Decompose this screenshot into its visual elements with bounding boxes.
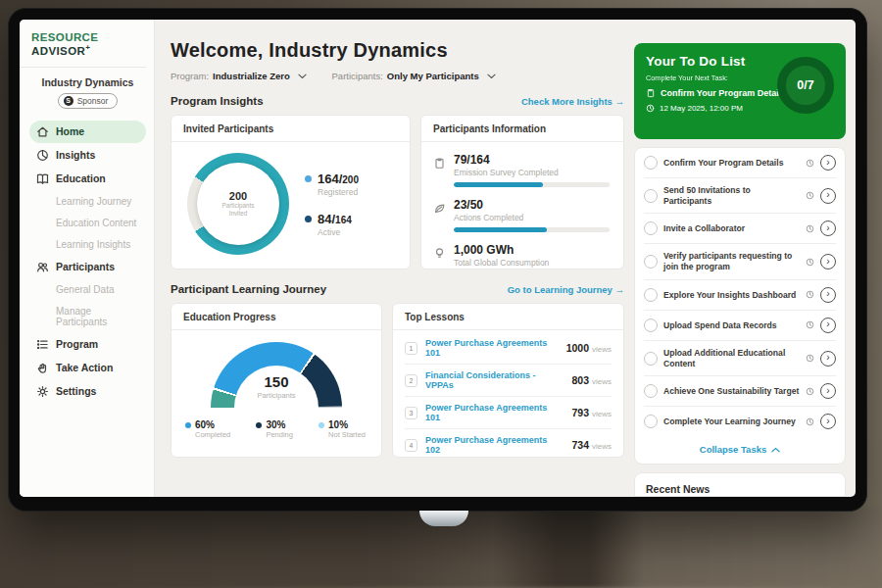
task-open-button[interactable]: › (820, 351, 836, 367)
insights-icon (36, 149, 49, 162)
task-open-button[interactable]: › (820, 414, 836, 429)
legend-registered: 164/200 Registered (305, 172, 359, 197)
education-progress-card: Education Progress 150 Participants 60% … (171, 303, 382, 458)
lesson-row: 3 Power Purchase Agreements 101 793views (405, 397, 612, 429)
stats-list: 79/164 Emission Survey Completed 23/50 A… (421, 142, 623, 270)
lesson-link[interactable]: Financial Considerations - VPPAs (425, 370, 564, 390)
task-open-button[interactable]: › (820, 383, 836, 399)
task-checkbox[interactable] (644, 415, 658, 428)
sidebar: RESOURCE ADVISOR+ Industry Dynamics S Sp… (20, 20, 155, 497)
task-open-button[interactable]: › (820, 220, 836, 236)
task-checkbox[interactable] (644, 189, 658, 203)
gauge-legend: 60% Completed 30% Pending 10% Not Starte… (172, 408, 381, 439)
task-row: Invite a Collaborator › (644, 214, 836, 244)
clock-icon (806, 417, 814, 426)
arrow-right-icon: → (615, 96, 625, 107)
collapse-tasks-button[interactable]: Collapse Tasks (644, 436, 836, 464)
check-more-insights-link[interactable]: Check More Insights → (521, 96, 624, 107)
task-row: Verify participants requesting to join t… (644, 244, 836, 279)
clock-icon (806, 354, 814, 363)
task-row: Send 50 Invitations to Participants › (644, 178, 836, 214)
monitor-bezel: RESOURCE ADVISOR+ Industry Dynamics S Sp… (8, 8, 867, 512)
go-to-learning-journey-link[interactable]: Go to Learning Journey → (508, 284, 624, 295)
task-checkbox[interactable] (644, 352, 658, 366)
sidebar-nav: Home Insights Education Learning Journey… (29, 121, 146, 403)
task-checkbox[interactable] (644, 288, 658, 302)
card-title: Invited Participants (172, 116, 410, 142)
lesson-row: 4 Power Purchase Agreements 102 734views (405, 429, 612, 458)
task-checkbox[interactable] (644, 156, 658, 170)
section-title: Program Insights (171, 95, 264, 107)
org-name: Industry Dynamics (29, 76, 146, 88)
arrow-right-icon: → (615, 284, 625, 295)
sidebar-item-settings[interactable]: Settings (29, 380, 146, 403)
task-row: Upload Additional Educational Content › (644, 341, 836, 376)
task-open-button[interactable]: › (820, 254, 836, 270)
lesson-link[interactable]: Power Purchase Agreements 101 (425, 403, 564, 422)
sponsor-badge: S Sponsor (58, 93, 119, 109)
sidebar-item-home[interactable]: Home (29, 121, 146, 143)
stat-global-consumption: 1,000 GWh Total Global Consumption (433, 238, 610, 270)
not-started-dot-icon (318, 422, 324, 428)
legend-active: 84/164 Active (305, 212, 359, 237)
sidebar-item-education[interactable]: Education (29, 168, 146, 190)
task-open-button[interactable]: › (820, 155, 836, 171)
top-lessons-card: Top Lessons 1 Power Purchase Agreements … (392, 303, 624, 458)
book-icon (36, 172, 49, 185)
lesson-row: 1 Power Purchase Agreements 101 1000view… (405, 332, 612, 365)
todo-hero-card: Your To Do List Complete Your Next Task:… (634, 43, 846, 139)
filters-row: Program:Industrialize Zero Participants:… (171, 71, 624, 81)
task-open-button[interactable]: › (820, 318, 836, 333)
stat-emission-survey: 79/164 Emission Survey Completed (433, 148, 610, 193)
sidebar-item-manage-participants[interactable]: Manage Participants (29, 301, 146, 332)
task-row: Upload Spend Data Records › (644, 311, 836, 341)
sidebar-item-program[interactable]: Program (29, 333, 146, 356)
todo-task-list: Confirm Your Program Details › Send 50 I… (634, 147, 846, 465)
clock-icon (806, 387, 814, 396)
journey-cards-row: Education Progress 150 Participants 60% … (171, 303, 624, 458)
legend-completed: 60% Completed (185, 419, 230, 439)
todo-progress-ring: 0/7 (777, 57, 834, 114)
active-dot-icon (305, 216, 312, 222)
hand-icon (36, 362, 49, 374)
sponsor-icon: S (64, 96, 74, 106)
legend-not-started: 10% Not Started (318, 419, 366, 439)
clock-icon (806, 224, 814, 233)
leaf-icon (433, 202, 446, 215)
task-checkbox[interactable] (644, 255, 658, 269)
sidebar-item-participants[interactable]: Participants (29, 256, 146, 278)
progress-track (454, 227, 610, 232)
task-checkbox[interactable] (644, 221, 658, 235)
donut-legend: 164/200 Registered 84/164 Active (305, 172, 359, 237)
task-checkbox[interactable] (644, 384, 658, 398)
task-checkbox[interactable] (644, 318, 658, 332)
clock-icon (646, 104, 655, 113)
legend-pending: 30% Pending (256, 419, 293, 439)
clock-icon (806, 191, 814, 200)
lesson-link[interactable]: Power Purchase Agreements 102 (425, 435, 564, 455)
home-icon (36, 125, 49, 138)
lesson-link[interactable]: Power Purchase Agreements 101 (425, 338, 559, 358)
progress-fill (454, 182, 543, 187)
clock-icon (806, 159, 814, 168)
main-content: Welcome, Industry Dynamics Program:Indus… (155, 20, 634, 497)
sidebar-item-learning-insights[interactable]: Learning Insights (29, 234, 146, 255)
sidebar-item-insights[interactable]: Insights (29, 144, 146, 167)
learning-journey-header: Participant Learning Journey Go to Learn… (171, 283, 624, 295)
sidebar-item-education-content[interactable]: Education Content (29, 213, 146, 233)
progress-track (454, 182, 610, 187)
task-open-button[interactable]: › (820, 188, 836, 204)
sidebar-item-take-action[interactable]: Take Action (29, 357, 146, 379)
program-select[interactable]: Program:Industrialize Zero (171, 71, 307, 81)
gauge-center: 150 Participants (211, 373, 342, 400)
todo-panel: Your To Do List Complete Your Next Task:… (634, 20, 856, 497)
participants-select[interactable]: Participants:Only My Participants (332, 71, 496, 81)
lessons-list: 1 Power Purchase Agreements 101 1000view… (393, 330, 623, 458)
donut-center: 200 Participants Invited (197, 163, 279, 245)
task-open-button[interactable]: › (820, 287, 836, 303)
clipboard-icon (646, 88, 656, 98)
sidebar-item-general-data[interactable]: General Data (29, 279, 146, 300)
sidebar-item-learning-journey[interactable]: Learning Journey (29, 191, 146, 212)
insights-cards-row: Invited Participants 200 Participants In… (171, 115, 624, 270)
list-icon (36, 338, 49, 351)
